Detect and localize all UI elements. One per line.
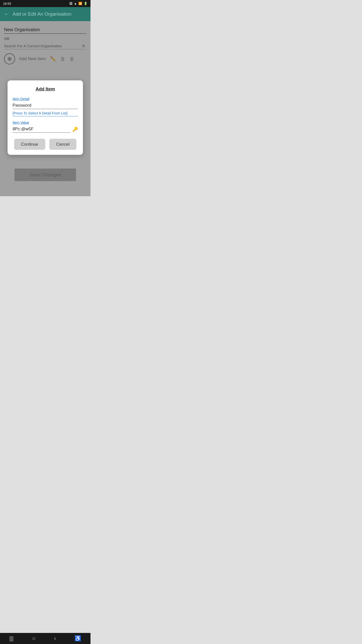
item-value-input[interactable] xyxy=(13,126,70,133)
dialog-title: Add Item xyxy=(13,87,78,92)
back-button[interactable]: ← xyxy=(4,11,10,17)
key-icon: 🔑 xyxy=(72,126,78,132)
page-content: OR ✕ ⊕ Add New Item ✏️ 🗑 🗑 Add Item Item… xyxy=(0,21,90,196)
item-detail-label: Item Detail xyxy=(13,97,78,101)
call-icon: 📶 xyxy=(78,2,82,5)
status-bar: 18:55 🖼 ▲ 📶 🔋 xyxy=(0,0,90,7)
dialog-buttons: Continue Cancel xyxy=(13,139,78,150)
select-detail-hint[interactable]: [Press To Select A Detail From List] xyxy=(13,110,78,116)
photo-icon: 🖼 xyxy=(69,2,72,5)
item-detail-input[interactable] xyxy=(13,102,78,109)
status-time: 18:55 xyxy=(3,2,11,6)
app-bar: ← Add or Edit An Organisation xyxy=(0,7,90,21)
add-item-dialog: Add Item Item Detail [Press To Select A … xyxy=(8,80,83,155)
battery-icon: 🔋 xyxy=(84,2,87,5)
continue-button[interactable]: Continue xyxy=(14,139,45,150)
item-value-label: Item Value xyxy=(13,120,78,125)
cancel-button[interactable]: Cancel xyxy=(49,139,77,150)
wifi-icon: ▲ xyxy=(74,2,77,5)
app-bar-title: Add or Edit An Organisation xyxy=(13,11,71,17)
value-row: 🔑 xyxy=(13,126,78,133)
status-icons: 🖼 ▲ 📶 🔋 xyxy=(69,2,87,5)
